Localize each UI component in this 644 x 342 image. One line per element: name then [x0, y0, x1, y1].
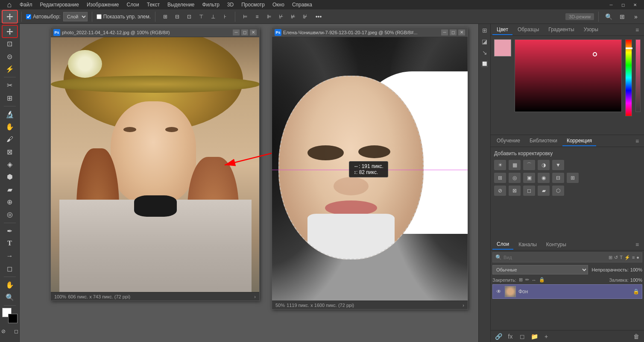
tool-dodge[interactable]: ◎ — [3, 209, 17, 220]
tool-history[interactable]: ◈ — [3, 159, 17, 170]
side-icon-1[interactable]: ⊞ — [480, 26, 489, 35]
color-spectrum[interactable] — [515, 39, 622, 112]
lock-icon3[interactable]: ↔ — [532, 277, 536, 283]
align-center-h-btn[interactable]: ⊟ — [172, 11, 183, 22]
corr-posterize-btn[interactable]: ⊠ — [509, 186, 521, 196]
tool-brush[interactable]: 🖌 — [3, 133, 17, 145]
hue-slider[interactable] — [625, 39, 632, 116]
menu-help[interactable]: Справка — [289, 1, 316, 9]
dist-center-v-btn[interactable]: ⊭ — [287, 11, 299, 22]
doc2-close-btn[interactable]: ✕ — [458, 29, 465, 35]
tool-hand[interactable]: ✋ — [3, 279, 17, 291]
tool-move[interactable] — [3, 26, 17, 37]
tool-lasso[interactable]: ⊝ — [3, 51, 17, 62]
corr-options-btn[interactable]: ≡ — [635, 138, 642, 144]
tool-crop[interactable]: ✂ — [3, 80, 17, 91]
tool-gradient[interactable]: ▰ — [3, 184, 17, 195]
corr-hsl-btn[interactable]: ⊞ — [494, 173, 506, 183]
fill-value[interactable]: 100% — [630, 277, 642, 283]
corr-threshold-btn[interactable]: ◻ — [523, 186, 535, 196]
layer-select-dropdown[interactable]: Слой — [63, 12, 88, 21]
more-right-btn[interactable]: » — [630, 11, 641, 22]
corr-selective-color-btn[interactable]: ⬡ — [552, 186, 564, 196]
layer-row-background[interactable]: 👁 Фон 🔒 — [492, 284, 642, 299]
auto-select-checkbox[interactable] — [26, 14, 31, 19]
menu-filter[interactable]: Фильтр — [199, 1, 223, 9]
layers-filter-icon4[interactable]: ⚡ — [624, 255, 630, 260]
tool-eyedropper[interactable]: 🔬 — [3, 109, 17, 120]
tool-marquee[interactable]: ⊡ — [3, 38, 17, 50]
corr-photofilter-btn[interactable]: ◉ — [538, 173, 550, 183]
doc2-minimize-btn[interactable]: ─ — [441, 29, 448, 35]
tool-clone[interactable]: ⊠ — [3, 146, 17, 158]
show-controls-checkbox[interactable] — [97, 14, 102, 19]
lock-icon4[interactable]: 🔒 — [539, 277, 545, 283]
menu-edit[interactable]: Редактирование — [37, 1, 82, 9]
move-tool-active[interactable] — [3, 11, 17, 23]
menu-layers[interactable]: Слои — [123, 1, 143, 9]
search-btn[interactable]: 🔍 — [603, 11, 614, 22]
new-group-btn[interactable]: 📁 — [530, 332, 539, 341]
doc1-minimize-btn[interactable]: ─ — [233, 29, 240, 35]
align-right-btn[interactable]: ⊡ — [184, 11, 195, 22]
menu-file[interactable]: Файл — [16, 1, 36, 9]
new-layer-btn[interactable]: + — [542, 332, 550, 341]
layer-visibility-btn[interactable]: 👁 — [495, 288, 502, 295]
tab-learning[interactable]: Обучение — [492, 136, 524, 146]
layers-filter-icon3[interactable]: T — [620, 255, 623, 260]
delete-layer-btn[interactable]: 🗑 — [632, 332, 641, 341]
window-restore-btn[interactable]: ◻ — [618, 0, 629, 10]
color-swatches[interactable] — [2, 308, 18, 323]
link-layers-btn[interactable]: 🔗 — [494, 332, 503, 341]
tool-eraser[interactable]: ⬢ — [3, 171, 17, 183]
align-bottom-btn[interactable]: ⊦ — [220, 11, 231, 22]
menu-text[interactable]: Текст — [143, 1, 163, 9]
corr-curves-btn[interactable]: ⌒ — [523, 160, 535, 170]
corr-brightness-btn[interactable]: ☀ — [494, 160, 506, 170]
align-left-btn[interactable]: ⊞ — [160, 11, 171, 22]
opacity-strip[interactable] — [635, 39, 641, 112]
tool-blur[interactable]: ⊕ — [3, 196, 17, 208]
tool-zoom[interactable]: 🔍 — [3, 292, 17, 303]
quick-mask-btn[interactable]: ⊘ — [0, 326, 9, 337]
doc2-nav-arrow[interactable]: › — [463, 303, 464, 308]
doc1-close-btn[interactable]: ✕ — [250, 29, 257, 35]
menu-window[interactable]: Окно — [269, 1, 288, 9]
corr-colorbalance-btn[interactable]: ◎ — [509, 173, 521, 183]
corr-vibrance-btn[interactable]: ▼ — [552, 160, 564, 170]
layers-filter-icon6[interactable]: ● — [636, 255, 639, 260]
tab-layers[interactable]: Слои — [492, 239, 513, 250]
3d-mode-btn[interactable]: 3D-режим — [565, 13, 594, 20]
layers-filter-icon1[interactable]: ⊞ — [609, 255, 612, 260]
dist-top-btn[interactable]: ⊬ — [275, 11, 287, 22]
align-center-v-btn[interactable]: ⊥ — [208, 11, 219, 22]
corr-colorlookup-btn[interactable]: ⊞ — [567, 173, 579, 183]
auto-select-group[interactable]: Автовыбор: — [26, 14, 61, 20]
menu-3d[interactable]: 3D — [224, 1, 237, 9]
side-icon-2[interactable]: ◪ — [480, 37, 489, 46]
dist-right-btn[interactable]: ⊫ — [263, 11, 275, 22]
menu-image[interactable]: Изображение — [83, 1, 123, 9]
dist-center-h-btn[interactable]: ≡ — [252, 11, 263, 22]
corr-exposure-btn[interactable]: ◑ — [538, 160, 550, 170]
window-minimize-btn[interactable]: ─ — [606, 0, 617, 10]
tab-gradients[interactable]: Градиенты — [544, 25, 578, 35]
tab-patterns[interactable]: Узоры — [580, 25, 603, 35]
doc1-nav-arrow[interactable]: › — [254, 294, 256, 299]
layers-filter-icon5[interactable]: ≡ — [632, 255, 635, 260]
layers-filter-icon2[interactable]: ↺ — [614, 255, 618, 260]
layers-search-input[interactable] — [503, 255, 607, 260]
tool-frame[interactable]: ⊞ — [3, 92, 17, 103]
add-style-btn[interactable]: fx — [506, 332, 515, 341]
more-options-btn[interactable]: ••• — [313, 11, 324, 22]
window-close-btn[interactable]: ✕ — [629, 0, 641, 10]
lock-icon2[interactable]: ✏ — [525, 277, 529, 283]
opacity-value[interactable]: 100% — [630, 267, 642, 272]
panel-options-btn[interactable]: ≡ — [635, 27, 642, 33]
tab-color[interactable]: Цвет — [492, 25, 512, 35]
tool-healing[interactable]: ✋ — [3, 121, 17, 133]
corr-channelmixer-btn[interactable]: ⊟ — [552, 173, 564, 183]
layers-options-btn[interactable]: ≡ — [635, 241, 642, 248]
lock-icon1[interactable]: ⊞ — [519, 277, 523, 283]
foreground-color-swatch[interactable] — [8, 314, 18, 323]
